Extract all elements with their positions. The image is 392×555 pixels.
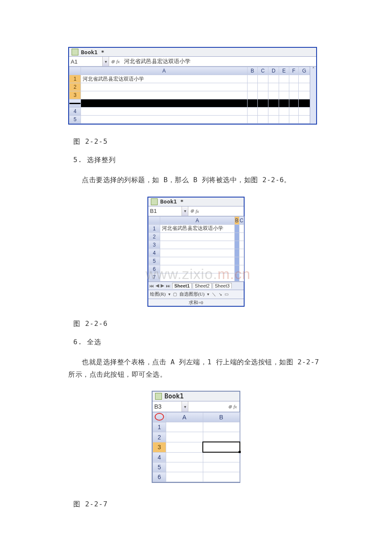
row-header[interactable]: 1: [69, 75, 81, 83]
cell[interactable]: [81, 91, 248, 99]
row-header[interactable]: 6: [149, 265, 160, 273]
formula-content[interactable]: 河北省武邑县宏达双语小学: [121, 58, 193, 65]
name-box-dropdown-icon[interactable]: ▾: [103, 57, 109, 66]
row-header[interactable]: 4: [69, 108, 81, 116]
col-header[interactable]: F: [289, 67, 298, 75]
cell[interactable]: [247, 83, 257, 91]
cell[interactable]: [160, 265, 235, 273]
cell[interactable]: [235, 265, 239, 273]
name-box-dropdown-icon[interactable]: ▾: [182, 401, 188, 412]
row-header[interactable]: 5: [153, 462, 166, 472]
cell[interactable]: [289, 108, 298, 116]
cell[interactable]: [160, 241, 235, 249]
cancel-icon[interactable]: ⊗: [228, 404, 232, 410]
dropdown-icon[interactable]: ▾: [207, 292, 209, 296]
fx-icon[interactable]: fx: [196, 209, 199, 214]
col-header[interactable]: A: [160, 216, 235, 224]
cell[interactable]: [166, 432, 203, 442]
cancel-icon[interactable]: ⊗: [111, 59, 115, 64]
sheet-tab[interactable]: Sheet3: [213, 283, 232, 288]
spreadsheet-grid[interactable]: A B C 1 河北省武邑县宏达双语小学 2 3 4 5 6 7: [148, 216, 244, 282]
row-header[interactable]: 2: [149, 232, 160, 241]
spreadsheet-grid[interactable]: A B 1 2 3 4 5 6: [153, 412, 240, 482]
cell[interactable]: [289, 116, 298, 124]
col-header[interactable]: B: [247, 67, 257, 75]
select-all-corner[interactable]: [69, 67, 81, 75]
cell[interactable]: [203, 472, 240, 482]
sheet-tab[interactable]: Sheet2: [193, 283, 212, 288]
col-header[interactable]: B: [203, 413, 240, 422]
row-header[interactable]: 1: [149, 224, 160, 232]
cell[interactable]: [289, 75, 298, 83]
col-header[interactable]: C: [257, 67, 268, 75]
cell[interactable]: [298, 91, 310, 99]
cell[interactable]: [235, 257, 239, 265]
cell[interactable]: [268, 91, 279, 99]
col-header[interactable]: D: [268, 67, 279, 75]
cell[interactable]: [160, 249, 235, 257]
cell[interactable]: [279, 75, 289, 83]
fx-icon[interactable]: fx: [116, 59, 120, 64]
cell[interactable]: [235, 232, 239, 241]
cell[interactable]: [166, 422, 203, 432]
row-header[interactable]: 5: [69, 116, 81, 124]
row-header[interactable]: 3: [149, 241, 160, 249]
row-header[interactable]: 3: [69, 91, 81, 99]
row-header[interactable]: 2: [153, 432, 166, 442]
cell[interactable]: [81, 83, 248, 91]
col-header[interactable]: G: [298, 67, 310, 75]
col-header[interactable]: A: [166, 413, 203, 422]
cell[interactable]: [239, 224, 244, 232]
cell[interactable]: [239, 265, 244, 273]
cell[interactable]: [279, 83, 289, 91]
autoshapes-menu[interactable]: 自选图形(U): [179, 291, 205, 297]
row-header[interactable]: 7: [149, 273, 160, 281]
row-header[interactable]: 3: [153, 442, 166, 452]
cancel-icon[interactable]: ⊗: [190, 208, 194, 214]
cell[interactable]: [203, 462, 240, 472]
fill-handle-icon[interactable]: [239, 451, 241, 453]
cell[interactable]: [289, 91, 298, 99]
cell[interactable]: [160, 257, 235, 265]
name-box[interactable]: B3: [153, 401, 182, 412]
tab-nav-last-icon[interactable]: ⏭: [165, 283, 171, 288]
row-header[interactable]: 2: [69, 83, 81, 91]
cell[interactable]: [239, 232, 244, 241]
cell[interactable]: [239, 273, 244, 281]
row-header[interactable]: [69, 99, 81, 108]
cell[interactable]: [257, 83, 268, 91]
cell[interactable]: [268, 75, 279, 83]
row-header[interactable]: 1: [153, 422, 166, 432]
row-header[interactable]: 4: [149, 249, 160, 257]
cell[interactable]: [257, 75, 268, 83]
col-header[interactable]: E: [279, 67, 289, 75]
cell[interactable]: [298, 116, 310, 124]
cell-a1[interactable]: 河北省武邑县宏达双语小学: [160, 224, 235, 232]
col-header-selected[interactable]: B: [235, 216, 239, 224]
cell[interactable]: [298, 83, 310, 91]
cell[interactable]: [257, 116, 268, 124]
vertical-scrollbar[interactable]: ˄: [310, 67, 316, 124]
col-header[interactable]: C: [239, 216, 244, 224]
cell[interactable]: [298, 108, 310, 116]
cell[interactable]: [160, 273, 235, 281]
cell[interactable]: [268, 116, 279, 124]
cell-a1[interactable]: 河北省武邑县宏达双语小学: [81, 75, 248, 83]
draw-menu[interactable]: 绘图(R): [150, 291, 166, 297]
cell[interactable]: [235, 241, 239, 249]
row-header[interactable]: 5: [149, 257, 160, 265]
cell[interactable]: [235, 273, 239, 281]
cell[interactable]: [235, 249, 239, 257]
cell[interactable]: [268, 108, 279, 116]
cell[interactable]: [298, 75, 310, 83]
name-box[interactable]: A1: [69, 57, 103, 66]
cell[interactable]: [247, 75, 257, 83]
cell[interactable]: [203, 432, 240, 442]
cell[interactable]: [203, 422, 240, 432]
scroll-up-icon[interactable]: ˄: [310, 67, 316, 71]
select-objects-icon[interactable]: ▢: [173, 292, 177, 296]
cell[interactable]: [247, 116, 257, 124]
cell[interactable]: [235, 224, 239, 232]
tab-nav-prev-icon[interactable]: ◀: [155, 283, 160, 288]
cell[interactable]: [81, 108, 248, 116]
